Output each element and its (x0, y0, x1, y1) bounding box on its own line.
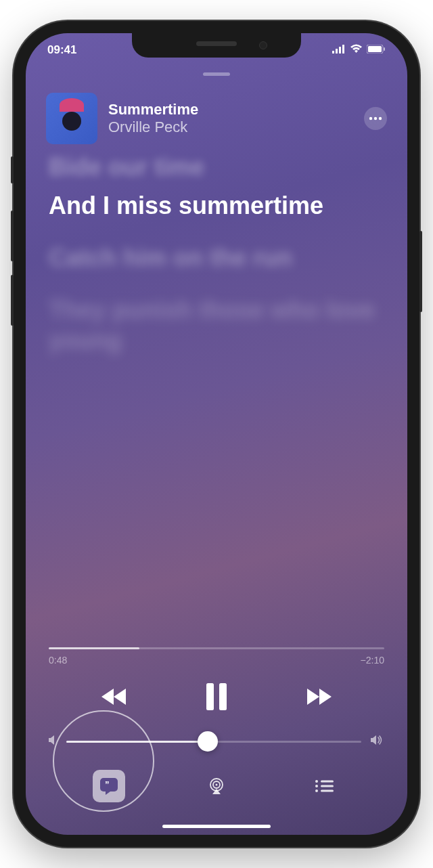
music-now-playing-screen: 09:41 Summertime Orville Peck (26, 33, 407, 835)
svg-point-8 (374, 117, 377, 120)
svg-point-9 (379, 117, 382, 120)
next-button[interactable] (302, 686, 334, 708)
volume-low-icon (49, 735, 57, 747)
svg-rect-11 (219, 683, 227, 710)
phone-frame: 09:41 Summertime Orville Peck (14, 21, 419, 847)
svg-rect-1 (336, 49, 338, 53)
more-button[interactable] (364, 107, 387, 130)
svg-rect-22 (321, 790, 334, 792)
cellular-icon (332, 43, 346, 57)
lyric-line-current: And I miss summertime (49, 190, 384, 221)
wifi-icon (350, 43, 363, 57)
volume-slider[interactable] (66, 741, 361, 743)
svg-rect-3 (342, 45, 344, 53)
track-title: Summertime (108, 101, 353, 118)
airplay-button[interactable] (200, 770, 233, 802)
home-indicator[interactable] (162, 825, 271, 828)
album-artwork[interactable] (46, 93, 97, 144)
svg-point-16 (215, 784, 217, 786)
svg-rect-10 (206, 683, 214, 710)
svg-point-21 (315, 789, 318, 792)
pause-button[interactable] (204, 683, 229, 710)
battery-icon (367, 43, 386, 57)
svg-rect-5 (368, 46, 382, 52)
lyric-line-previous: Bide our time (49, 152, 384, 182)
svg-text:”: ” (105, 779, 110, 789)
lyric-line-upcoming: They punish those who love young (49, 295, 384, 355)
sheet-grabber[interactable] (203, 72, 230, 76)
playback-scrubber[interactable] (49, 647, 384, 649)
status-time: 09:41 (47, 43, 76, 57)
queue-button[interactable] (308, 770, 340, 802)
svg-rect-0 (332, 51, 334, 53)
lyrics-panel[interactable]: Bide our time And I miss summertime Catc… (26, 152, 407, 377)
svg-point-7 (369, 117, 372, 120)
track-artist: Orville Peck (108, 118, 353, 136)
volume-high-icon (371, 735, 384, 748)
svg-rect-2 (339, 47, 341, 53)
svg-rect-20 (321, 785, 334, 787)
svg-point-19 (315, 785, 318, 787)
time-remaining: −2:10 (361, 655, 384, 666)
lyric-line-next: Catch him on the run (49, 242, 384, 273)
time-elapsed: 0:48 (49, 655, 67, 666)
svg-rect-18 (321, 781, 334, 783)
svg-point-17 (315, 780, 318, 783)
lyrics-button[interactable]: ” (93, 770, 125, 802)
previous-button[interactable] (99, 686, 131, 708)
svg-rect-6 (384, 47, 385, 51)
track-info[interactable]: Summertime Orville Peck (108, 101, 353, 137)
